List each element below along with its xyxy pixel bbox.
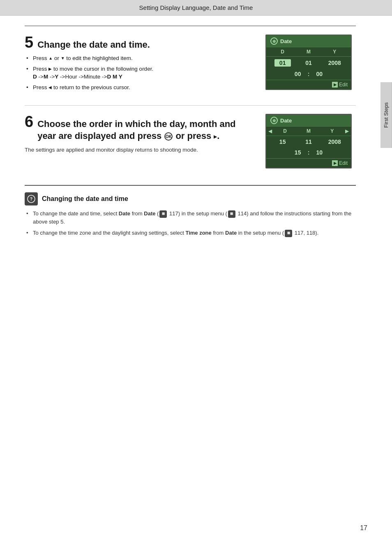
bottom-note: ? Changing the date and time To change t…	[25, 185, 356, 237]
step5-bullets: Press or to edit the highlighted item. P…	[25, 54, 256, 91]
step5-heading: 5 Change the date and time.	[25, 35, 256, 50]
svg-text:?: ?	[30, 197, 32, 201]
step6-body: The settings are applied and monitor dis…	[25, 146, 256, 154]
step5-number: 5	[25, 35, 33, 50]
step5-col-y: Y	[326, 49, 343, 55]
arrow-right-icon2	[214, 134, 217, 139]
step6-lcd-icon: ⊕	[270, 117, 278, 124]
step5-date-m: 01	[300, 60, 317, 66]
step6-time-m: 10	[311, 149, 327, 156]
step6-nav-right: ▶	[344, 128, 350, 134]
arrow-left-icon	[48, 85, 52, 91]
note-title: Changing the date and time	[42, 195, 128, 203]
note-bullet1: To change the date and time, select Date…	[26, 210, 356, 226]
note-icon: ?	[25, 192, 38, 205]
step5-lcd-time-row: 00 : 00	[266, 69, 351, 80]
step5-lcd-icon: ⊕	[270, 37, 278, 45]
note-bullet2: To change the time zone and the daylight…	[26, 229, 356, 237]
page-header: Setting Display Language, Date and Time	[0, 0, 392, 16]
step5-edit-icon: ▶	[332, 82, 338, 88]
step6-lcd-header-text: Date	[280, 118, 292, 124]
sidebar-tab-label: First Steps	[383, 102, 389, 128]
step5-lcd-header-text: Date	[280, 38, 292, 44]
step6-col-d: D	[277, 128, 293, 134]
step6-edit-icon: ▶	[332, 160, 338, 166]
step6-edit-label: Edit	[339, 160, 348, 166]
step6-col-y: Y	[324, 128, 340, 134]
step6-title-line2: year are displayed and press OK or press…	[37, 130, 235, 142]
step5-bullet1: Press or to edit the highlighted item.	[26, 54, 256, 62]
page-number: 17	[360, 524, 367, 532]
arrow-right-icon	[48, 66, 52, 72]
step6-time-h: 15	[290, 149, 306, 156]
arrow-up-icon	[48, 55, 53, 62]
step5-lcd-header: ⊕ Date	[266, 35, 351, 47]
step6-lcd-date-row: 15 11 2008	[266, 136, 351, 148]
step5-bullet3: Press to return to the previous cursor.	[26, 83, 256, 92]
step6-lcd: ⊕ Date ◀ D M Y ▶ 15 11 2008	[265, 114, 356, 168]
step6-lcd-screen: ⊕ Date ◀ D M Y ▶ 15 11 2008	[265, 114, 352, 168]
step5-bullet2: Press to move the cursor in the followin…	[26, 65, 256, 81]
step5-time-h: 00	[290, 71, 306, 77]
step5-time-m: 00	[311, 71, 327, 77]
step5-edit-label: Edit	[339, 82, 348, 88]
step5-lcd: ⊕ Date D M Y 01 01 2008 00 : 00	[265, 35, 356, 94]
step6-nav-row: ◀ D M Y ▶	[266, 127, 351, 136]
main-content: 5 Change the date and time. Press or to …	[0, 16, 380, 257]
page-header-title: Setting Display Language, Date and Time	[139, 4, 253, 11]
step6-date-y: 2008	[326, 138, 343, 145]
step5-col-m: M	[300, 49, 317, 55]
arrow-down-icon	[61, 55, 65, 62]
top-divider	[25, 25, 356, 26]
step6-lcd-header: ⊕ Date	[266, 115, 351, 127]
step5-section: 5 Change the date and time. Press or to …	[25, 35, 356, 94]
step5-lcd-date-row: 01 01 2008	[266, 57, 351, 69]
ref-icon-1: 🔲	[159, 210, 167, 218]
step6-nav-left: ◀	[267, 128, 273, 134]
note-bullets: To change the date and time, select Date…	[25, 210, 356, 237]
step6-heading: 6 Choose the order in which the day, mon…	[25, 114, 256, 142]
step5-cursor-order: D	[33, 74, 37, 80]
step5-lcd-cols: D M Y	[266, 47, 351, 57]
ref-icon-3: 🔲	[285, 230, 292, 237]
sidebar-tab: First Steps	[380, 82, 392, 148]
step6-date-d: 15	[274, 138, 291, 145]
step5-date-d: 01	[274, 59, 291, 67]
step5-date-y: 2008	[326, 60, 343, 66]
ok-button-icon: OK	[164, 132, 173, 141]
step5-left: 5 Change the date and time. Press or to …	[25, 35, 256, 94]
step6-date-m: 11	[300, 138, 317, 145]
step6-left: 6 Choose the order in which the day, mon…	[25, 114, 256, 168]
step-divider	[25, 105, 356, 106]
step5-lcd-screen: ⊕ Date D M Y 01 01 2008 00 : 00	[265, 35, 352, 90]
step5-col-d: D	[274, 49, 291, 55]
step6-time-sep: :	[308, 149, 310, 156]
step5-title: Change the date and time.	[37, 39, 150, 50]
step6-section: 6 Choose the order in which the day, mon…	[25, 114, 356, 168]
ref-icon-2: 🔲	[228, 210, 235, 218]
step6-lcd-footer: ▶ Edit	[266, 158, 351, 168]
step5-time-sep: :	[308, 71, 310, 77]
step6-lcd-time-row: 15 : 10	[266, 148, 351, 158]
step6-col-m: M	[300, 128, 317, 134]
step5-lcd-footer: ▶ Edit	[266, 80, 351, 89]
note-header: ? Changing the date and time	[25, 192, 356, 205]
step6-title-line1: Choose the order in which the day, month…	[37, 118, 235, 130]
step6-number: 6	[25, 114, 33, 129]
